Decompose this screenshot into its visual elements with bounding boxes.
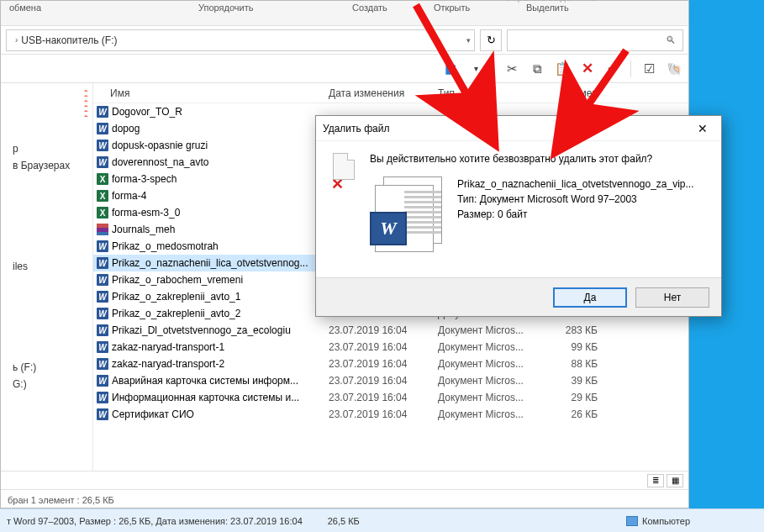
nav-item[interactable]: G:) xyxy=(1,376,92,392)
ribbon-organize: Упорядочить xyxy=(198,3,253,13)
file-name: Prikaz_o_zakreplenii_avto_2 xyxy=(112,308,329,319)
svg-text:W: W xyxy=(98,108,108,117)
nav-item[interactable]: iles xyxy=(1,258,92,275)
view-tiles-icon[interactable]: ▦ xyxy=(667,474,683,487)
nav-pane: 📌 📌 📌 📌 📌 📌 p в Браузерах iles ь (F:) G:… xyxy=(1,83,93,471)
file-row[interactable]: WСертификат СИО23.07.2019 16:04Документ … xyxy=(93,406,688,423)
ribbon-clipboard: обмена xyxy=(9,3,41,13)
address-bar: › USB-накопитель (F:) ▾ ↻ 🔍︎ xyxy=(1,26,688,55)
delete-icon[interactable]: ✕ xyxy=(578,60,597,78)
word-icon: W xyxy=(95,105,110,119)
properties-icon[interactable]: ☑ xyxy=(640,60,658,78)
warning-icon: ✕ xyxy=(329,153,358,252)
file-name: forma-3-spech xyxy=(112,173,329,185)
dialog-filetype: Тип: Документ Microsoft Word 97–2003 xyxy=(457,192,694,207)
svg-text:W: W xyxy=(98,343,108,352)
word-icon: W xyxy=(95,324,110,337)
refresh-button[interactable]: ↻ xyxy=(480,29,502,51)
svg-text:W: W xyxy=(98,377,108,386)
yes-button[interactable]: Да xyxy=(553,287,627,308)
close-icon[interactable]: ✕ xyxy=(691,120,714,137)
excel-icon: X xyxy=(95,189,110,203)
file-type: Документ Micros... xyxy=(438,375,539,387)
file-row[interactable]: Wzakaz-naryad-transport-123.07.2019 16:0… xyxy=(93,339,688,356)
file-size: 283 КБ xyxy=(539,324,598,336)
file-date: 23.07.2019 16:04 xyxy=(329,408,438,420)
chevron-down-icon[interactable]: ▾ xyxy=(466,60,485,78)
col-type[interactable]: Тип xyxy=(438,87,539,99)
svg-text:W: W xyxy=(98,259,108,268)
computer-icon xyxy=(626,516,638,526)
file-name: Информационная карточка системы и... xyxy=(112,392,329,403)
word-icon: W xyxy=(95,374,110,387)
excel-icon: X xyxy=(95,172,110,186)
rar-icon xyxy=(95,223,110,236)
col-name[interactable]: Имя xyxy=(93,87,329,99)
status-bar: бран 1 элемент : 26,5 КБ xyxy=(1,489,688,509)
file-size: 88 КБ xyxy=(539,358,598,370)
word-icon: W xyxy=(95,290,110,303)
nav-item[interactable]: ь (F:) xyxy=(1,359,92,376)
details-pane: т Word 97–2003, Размер : 26,5 КБ, Дата и… xyxy=(0,508,764,532)
file-name: zakaz-naryad-transport-2 xyxy=(112,358,329,370)
col-date[interactable]: Дата изменения xyxy=(329,87,438,99)
nav-item[interactable]: в Браузерах xyxy=(1,157,92,174)
copy-icon[interactable]: ⧉ xyxy=(528,60,546,78)
file-name: doverennost_na_avto xyxy=(112,156,329,168)
file-thumbnail: W xyxy=(370,176,445,252)
delete-dialog: Удалить файл ✕ ✕ Вы действительно хотите… xyxy=(315,115,722,317)
file-size: 26 КБ xyxy=(539,408,598,420)
nav-item[interactable]: p xyxy=(1,140,92,157)
file-row[interactable]: WАварийная карточка системы информ...23.… xyxy=(93,372,688,389)
toolbar: ◧ ▾ ✂ ⧉ 📋 ✕ ↶ ☑ 🐚 xyxy=(1,55,688,83)
chevron-down-icon[interactable]: ▾ xyxy=(466,36,471,45)
view-details-icon[interactable]: ≣ xyxy=(647,474,664,487)
search-icon: 🔍︎ xyxy=(666,34,676,46)
svg-text:W: W xyxy=(98,292,108,302)
ribbon-open: Открыть xyxy=(434,3,470,13)
details-size: 26,5 КБ xyxy=(328,516,360,526)
svg-text:X: X xyxy=(100,208,106,218)
svg-text:W: W xyxy=(98,141,108,150)
svg-rect-16 xyxy=(97,232,108,235)
pin-icon: 📌 xyxy=(79,115,89,117)
preview-pane-icon[interactable]: ◧ xyxy=(441,60,460,78)
nav-item[interactable]: 📌 xyxy=(1,112,92,117)
excel-icon: X xyxy=(95,206,110,219)
breadcrumb[interactable]: › USB-накопитель (F:) ▾ xyxy=(6,29,475,51)
status-text: бран 1 элемент : 26,5 КБ xyxy=(8,495,114,505)
file-row[interactable]: WИнформационная карточка системы и...23.… xyxy=(93,389,688,406)
svg-text:X: X xyxy=(100,175,106,184)
file-row[interactable]: Wzakaz-naryad-transport-223.07.2019 16:0… xyxy=(93,356,688,372)
breadcrumb-label: USB-накопитель (F:) xyxy=(21,34,117,46)
file-name: forma-esm-3_0 xyxy=(112,207,329,219)
shell-icon[interactable]: 🐚 xyxy=(665,60,683,78)
ribbon: обмена Упорядочить папка Создать Открыть… xyxy=(1,1,688,26)
dialog-titlebar: Удалить файл ✕ xyxy=(316,116,721,141)
search-input[interactable]: 🔍︎ xyxy=(507,29,683,51)
file-type: Документ Micros... xyxy=(438,341,539,353)
undo-icon[interactable]: ↶ xyxy=(603,60,622,78)
svg-text:W: W xyxy=(98,393,108,403)
word-icon: W xyxy=(370,212,407,245)
paste-icon[interactable]: 📋 xyxy=(553,60,572,78)
file-name: Prikaz_o_rabochem_vremeni xyxy=(112,274,329,286)
column-headers[interactable]: Имя Дата изменения Тип Размер xyxy=(93,83,688,103)
svg-text:W: W xyxy=(98,410,108,419)
file-name: Prikaz_o_zakreplenii_avto_1 xyxy=(112,291,329,303)
dialog-filename: Prikaz_o_naznachenii_lica_otvetstvennogo… xyxy=(457,176,694,192)
file-type: Документ Micros... xyxy=(438,392,539,403)
svg-text:W: W xyxy=(98,276,108,285)
col-size[interactable]: Размер xyxy=(539,87,598,99)
file-row[interactable]: WPrikazi_Dl_otvetstvennogo_za_ecologiu23… xyxy=(93,322,688,339)
file-name: Dogovor_TO_R xyxy=(112,106,329,118)
svg-text:X: X xyxy=(100,192,106,201)
no-button[interactable]: Нет xyxy=(635,287,709,308)
view-switcher: ≣ ▦ xyxy=(1,471,688,489)
cut-icon[interactable]: ✂ xyxy=(503,60,521,78)
file-name: forma-4 xyxy=(112,190,329,202)
file-size: 99 КБ xyxy=(539,341,598,353)
word-icon: W xyxy=(95,155,110,169)
svg-text:W: W xyxy=(98,309,108,319)
file-name: zakaz-naryad-transport-1 xyxy=(112,341,329,353)
